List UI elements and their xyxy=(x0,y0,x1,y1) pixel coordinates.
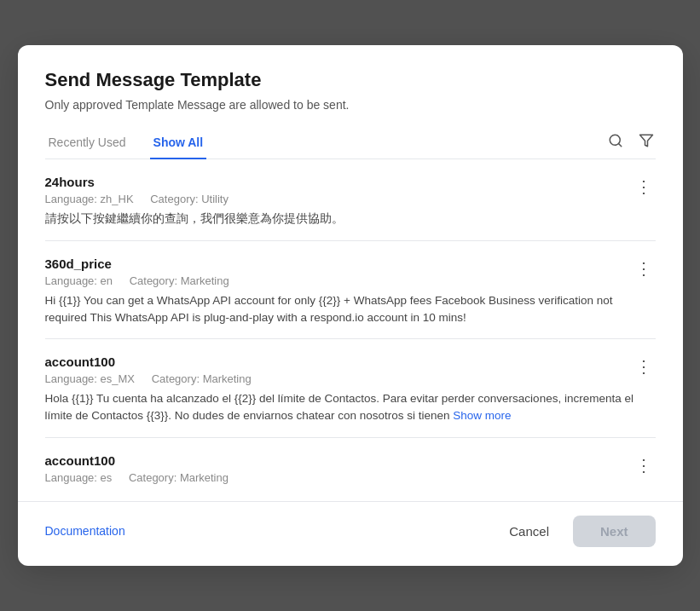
template-item: account100 Language: es_MX Category: Mar… xyxy=(45,339,656,438)
template-category: Category: Marketing xyxy=(129,471,229,484)
filter-icon xyxy=(639,133,654,148)
send-message-template-modal: Send Message Template Only approved Temp… xyxy=(18,45,683,565)
modal-subtitle: Only approved Template Message are allow… xyxy=(45,98,656,112)
documentation-link[interactable]: Documentation xyxy=(45,524,125,538)
template-more-button[interactable]: ⋮ xyxy=(632,453,656,477)
template-language: Language: es_MX xyxy=(45,372,136,385)
template-name: 360d_price xyxy=(45,257,656,271)
template-name: account100 xyxy=(45,354,656,369)
search-icon xyxy=(608,133,623,148)
template-category: Category: Marketing xyxy=(152,372,252,385)
template-language: Language: es xyxy=(45,471,113,484)
template-meta: Language: en Category: Marketing xyxy=(45,274,656,287)
template-more-button[interactable]: ⋮ xyxy=(632,175,656,199)
template-body: Hi {{1}} You can get a WhatsApp API acco… xyxy=(45,292,656,327)
more-icon: ⋮ xyxy=(635,455,652,476)
more-icon: ⋮ xyxy=(635,258,652,279)
tab-actions xyxy=(606,131,656,155)
template-category: Category: Utility xyxy=(150,193,229,205)
next-button[interactable]: Next xyxy=(573,516,656,547)
filter-button[interactable] xyxy=(637,131,656,150)
svg-line-1 xyxy=(618,143,621,146)
template-language: Language: zh_HK xyxy=(45,193,134,205)
cancel-button[interactable]: Cancel xyxy=(495,517,563,545)
more-icon: ⋮ xyxy=(635,356,652,377)
template-meta: Language: es Category: Marketing xyxy=(45,471,656,484)
template-body: 請按以下按鍵繼續你的查詢，我們很樂意為你提供協助。 xyxy=(45,210,656,228)
modal-header: Send Message Template Only approved Temp… xyxy=(18,45,683,159)
modal-overlay: Send Message Template Only approved Temp… xyxy=(0,0,700,611)
template-list: 24hours Language: zh_HK Category: Utilit… xyxy=(18,159,683,500)
template-item: account100 Language: es Category: Market… xyxy=(45,438,656,501)
template-category: Category: Marketing xyxy=(130,274,229,287)
template-language: Language: en xyxy=(45,274,113,287)
more-icon: ⋮ xyxy=(635,176,652,197)
tab-recently-used[interactable]: Recently Used xyxy=(45,127,130,159)
show-more-link[interactable]: Show more xyxy=(453,409,511,422)
tabs-row: Recently Used Show All xyxy=(45,127,656,159)
modal-footer: Documentation Cancel Next xyxy=(18,501,683,566)
template-body: Hola {{1}} Tu cuenta ha alcanzado el {{2… xyxy=(45,390,656,425)
search-button[interactable] xyxy=(606,131,625,150)
template-meta: Language: zh_HK Category: Utility xyxy=(45,193,656,205)
template-item: 24hours Language: zh_HK Category: Utilit… xyxy=(45,159,656,240)
tab-show-all[interactable]: Show All xyxy=(150,127,207,159)
template-meta: Language: es_MX Category: Marketing xyxy=(45,372,656,385)
svg-marker-2 xyxy=(639,135,652,147)
template-item: 360d_price Language: en Category: Market… xyxy=(45,241,656,340)
footer-actions: Cancel Next xyxy=(495,516,655,547)
template-name: 24hours xyxy=(45,175,656,189)
modal-title: Send Message Template xyxy=(45,69,656,91)
template-more-button[interactable]: ⋮ xyxy=(632,257,656,280)
template-more-button[interactable]: ⋮ xyxy=(632,354,656,378)
template-name: account100 xyxy=(45,453,656,468)
